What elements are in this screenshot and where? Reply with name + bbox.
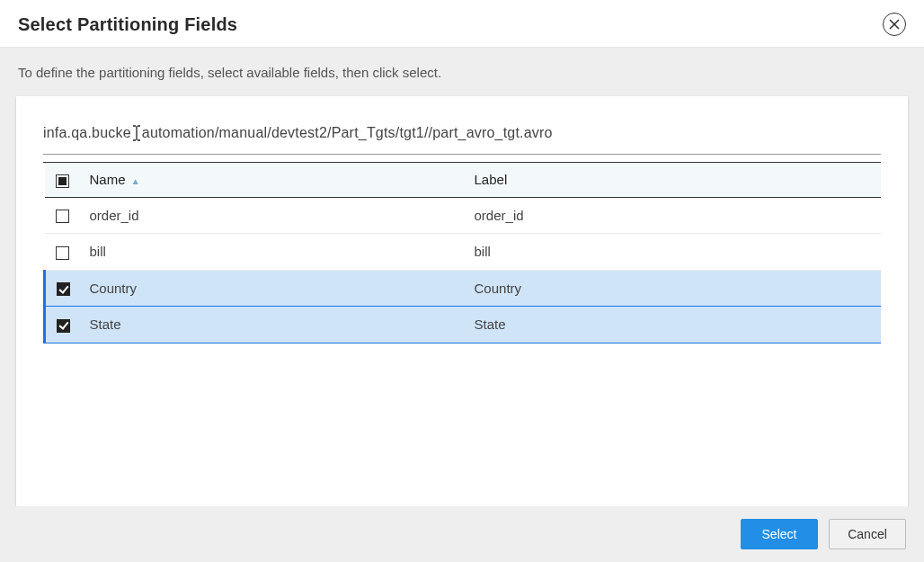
- column-header-label-label: Label: [475, 172, 508, 187]
- table-header-row: Name ▲ Label: [45, 163, 882, 197]
- fields-panel: infa.qa.buckeautomation/manual/devtest2/…: [16, 96, 908, 506]
- fields-table: Name ▲ Label order_idorder_idbillbillCou…: [43, 163, 881, 343]
- cancel-button[interactable]: Cancel: [829, 519, 906, 549]
- row-checkbox[interactable]: [57, 282, 70, 296]
- instruction-text: To define the partitioning fields, selec…: [0, 62, 924, 96]
- dialog-header: Select Partitioning Fields: [0, 0, 924, 48]
- row-checkbox[interactable]: [56, 210, 69, 223]
- table-row[interactable]: order_idorder_id: [45, 197, 882, 234]
- row-name: Country: [81, 270, 466, 307]
- file-path: infa.qa.buckeautomation/manual/devtest2/…: [43, 123, 881, 155]
- row-label: bill: [466, 234, 881, 271]
- table-row[interactable]: billbill: [45, 234, 882, 271]
- select-button[interactable]: Select: [741, 519, 818, 549]
- row-checkbox[interactable]: [57, 319, 70, 333]
- file-path-post: automation/manual/devtest2/Part_Tgts/tgt…: [142, 125, 553, 141]
- select-all-cell: [45, 163, 81, 197]
- row-label: order_id: [466, 197, 881, 234]
- row-label: State: [466, 307, 881, 343]
- column-header-label[interactable]: Label: [466, 163, 881, 197]
- text-cursor-icon: [131, 123, 142, 143]
- row-checkbox-cell: [45, 234, 81, 271]
- sort-asc-icon: ▲: [131, 176, 140, 186]
- dialog-title: Select Partitioning Fields: [18, 14, 237, 35]
- column-header-name-label: Name: [90, 172, 126, 187]
- row-checkbox-cell: [45, 197, 81, 234]
- row-checkbox-cell: [45, 307, 81, 343]
- select-partitioning-fields-dialog: Select Partitioning Fields To define the…: [0, 0, 924, 562]
- table-body: order_idorder_idbillbillCountryCountrySt…: [45, 197, 882, 343]
- row-checkbox-cell: [45, 270, 81, 307]
- select-all-checkbox[interactable]: [56, 174, 69, 188]
- dialog-footer: Select Cancel: [0, 506, 924, 562]
- row-name: bill: [81, 234, 466, 271]
- close-icon: [889, 19, 900, 30]
- row-label: Country: [466, 270, 881, 307]
- row-name: order_id: [81, 197, 466, 234]
- row-name: State: [81, 307, 466, 343]
- row-checkbox[interactable]: [56, 246, 69, 260]
- table-row[interactable]: StateState: [45, 307, 882, 343]
- file-path-pre: infa.qa.bucke: [43, 125, 131, 141]
- fields-table-wrap: Name ▲ Label order_idorder_idbillbillCou…: [43, 162, 881, 497]
- table-row[interactable]: CountryCountry: [45, 270, 882, 307]
- close-button[interactable]: [883, 13, 906, 36]
- dialog-body: To define the partitioning fields, selec…: [0, 48, 924, 562]
- column-header-name[interactable]: Name ▲: [81, 163, 466, 197]
